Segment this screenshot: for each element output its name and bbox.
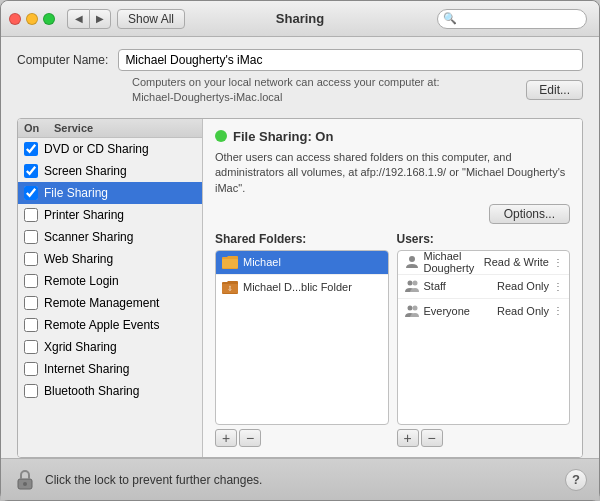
user-item[interactable]: StaffRead Only⋮ xyxy=(398,275,570,299)
user-name: Everyone xyxy=(424,305,498,317)
titlebar: ◀ ▶ Show All Sharing 🔍 xyxy=(1,1,599,37)
service-checkbox[interactable] xyxy=(24,274,38,288)
svg-point-9 xyxy=(23,482,27,486)
sidebar-item[interactable]: Web Sharing xyxy=(18,248,202,270)
user-permission: Read Only xyxy=(497,305,549,317)
service-checkbox[interactable] xyxy=(24,296,38,310)
users-label: Users: xyxy=(397,232,571,246)
sharing-window: ◀ ▶ Show All Sharing 🔍 Computer Name: Co… xyxy=(0,0,600,501)
shared-folders-section: Shared Folders: Michael ⇩ Michael D...bl… xyxy=(215,232,389,447)
detail-title: File Sharing: On xyxy=(233,129,333,144)
sidebar-item[interactable]: Screen Sharing xyxy=(18,160,202,182)
back-button[interactable]: ◀ xyxy=(67,9,89,29)
detail-description: Other users can access shared folders on… xyxy=(215,150,570,196)
detail-pane: File Sharing: On Other users can access … xyxy=(203,119,582,457)
lock-icon[interactable] xyxy=(13,468,37,492)
service-name: Remote Management xyxy=(44,296,196,310)
add-folder-button[interactable]: + xyxy=(215,429,237,447)
user-icon xyxy=(404,303,420,319)
sidebar-item[interactable]: Remote Login xyxy=(18,270,202,292)
service-checkbox[interactable] xyxy=(24,230,38,244)
user-icon xyxy=(404,254,420,270)
service-name: Remote Apple Events xyxy=(44,318,196,332)
search-input[interactable] xyxy=(437,9,587,29)
remove-user-button[interactable]: − xyxy=(421,429,443,447)
svg-text:⇩: ⇩ xyxy=(227,285,233,292)
search-box: 🔍 xyxy=(437,9,587,29)
service-name: Bluetooth Sharing xyxy=(44,384,196,398)
users-list: Michael DoughertyRead & Write⋮ StaffRead… xyxy=(397,250,571,425)
lock-text: Click the lock to prevent further change… xyxy=(45,473,262,487)
service-name: Screen Sharing xyxy=(44,164,196,178)
svg-point-4 xyxy=(407,281,412,286)
service-checkbox[interactable] xyxy=(24,164,38,178)
sidebar-header-service: Service xyxy=(54,122,196,134)
bottom-bar: Click the lock to prevent further change… xyxy=(1,458,599,500)
sidebar-item[interactable]: DVD or CD Sharing xyxy=(18,138,202,160)
service-checkbox[interactable] xyxy=(24,252,38,266)
main-panel: On Service DVD or CD SharingScreen Shari… xyxy=(17,118,583,458)
permission-arrow[interactable]: ⋮ xyxy=(553,257,563,268)
maximize-button[interactable] xyxy=(43,13,55,25)
show-all-button[interactable]: Show All xyxy=(117,9,185,29)
sidebar-item[interactable]: Printer Sharing xyxy=(18,204,202,226)
close-button[interactable] xyxy=(9,13,21,25)
svg-point-6 xyxy=(407,305,412,310)
search-icon: 🔍 xyxy=(443,12,457,25)
service-checkbox[interactable] xyxy=(24,186,38,200)
folder-item[interactable]: Michael xyxy=(216,251,388,275)
add-user-button[interactable]: + xyxy=(397,429,419,447)
sidebar-item[interactable]: Remote Apple Events xyxy=(18,314,202,336)
folder-icon: ⇩ xyxy=(222,280,238,294)
svg-rect-0 xyxy=(222,259,238,268)
edit-button[interactable]: Edit... xyxy=(526,80,583,100)
service-name: Web Sharing xyxy=(44,252,196,266)
user-permission: Read Only xyxy=(497,280,549,292)
sidebar-item[interactable]: Internet Sharing xyxy=(18,358,202,380)
folder-name: Michael xyxy=(243,256,382,268)
permission-arrow[interactable]: ⋮ xyxy=(553,305,563,316)
help-button[interactable]: ? xyxy=(565,469,587,491)
service-checkbox[interactable] xyxy=(24,318,38,332)
detail-header: File Sharing: On xyxy=(215,129,570,144)
user-icon xyxy=(404,278,420,294)
service-name: Scanner Sharing xyxy=(44,230,196,244)
traffic-lights xyxy=(9,13,55,25)
sidebar-item[interactable]: Bluetooth Sharing xyxy=(18,380,202,402)
service-checkbox[interactable] xyxy=(24,142,38,156)
user-permission: Read & Write xyxy=(484,256,549,268)
service-checkbox[interactable] xyxy=(24,208,38,222)
sidebar-item[interactable]: Xgrid Sharing xyxy=(18,336,202,358)
svg-point-5 xyxy=(412,281,417,286)
minimize-button[interactable] xyxy=(26,13,38,25)
user-item[interactable]: EveryoneRead Only⋮ xyxy=(398,299,570,323)
user-name: Staff xyxy=(424,280,498,292)
service-checkbox[interactable] xyxy=(24,362,38,376)
sidebar-item[interactable]: Remote Management xyxy=(18,292,202,314)
lock-area: Click the lock to prevent further change… xyxy=(13,468,262,492)
service-name: Xgrid Sharing xyxy=(44,340,196,354)
folder-item[interactable]: ⇩ Michael D...blic Folder xyxy=(216,275,388,299)
content-area: Computer Name: Computers on your local n… xyxy=(1,37,599,458)
service-checkbox[interactable] xyxy=(24,384,38,398)
service-name: DVD or CD Sharing xyxy=(44,142,196,156)
options-button[interactable]: Options... xyxy=(489,204,570,224)
sidebar-item[interactable]: File Sharing xyxy=(18,182,202,204)
permission-arrow[interactable]: ⋮ xyxy=(553,281,563,292)
svg-point-3 xyxy=(409,256,415,262)
service-name: File Sharing xyxy=(44,186,196,200)
folder-name: Michael D...blic Folder xyxy=(243,281,382,293)
user-item[interactable]: Michael DoughertyRead & Write⋮ xyxy=(398,251,570,275)
remove-folder-button[interactable]: − xyxy=(239,429,261,447)
service-name: Printer Sharing xyxy=(44,208,196,222)
sidebar-header-on: On xyxy=(24,122,54,134)
computer-name-label: Computer Name: xyxy=(17,53,108,67)
window-title: Sharing xyxy=(276,11,324,26)
computer-name-input[interactable] xyxy=(118,49,583,71)
forward-button[interactable]: ▶ xyxy=(89,9,111,29)
shared-folders-list: Michael ⇩ Michael D...blic Folder xyxy=(215,250,389,425)
nav-buttons: ◀ ▶ xyxy=(67,9,111,29)
service-checkbox[interactable] xyxy=(24,340,38,354)
sidebar-item[interactable]: Scanner Sharing xyxy=(18,226,202,248)
computer-name-row: Computer Name: xyxy=(17,49,583,71)
